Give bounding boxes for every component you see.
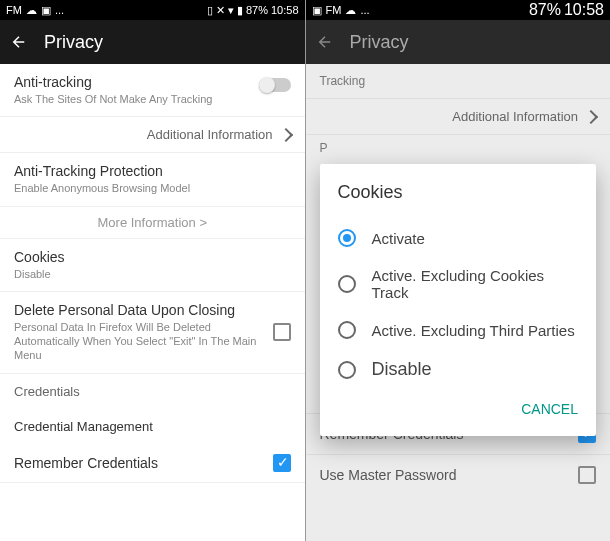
dialog-option-excl-thirdparty[interactable]: Active. Excluding Third Parties [338,311,579,349]
protection-sub: Enable Anonymous Browsing Model [14,179,291,195]
cookies-dialog: Cookies Activate Active. Excluding Cooki… [320,164,597,436]
cookies-row[interactable]: Cookies Disable [0,239,305,292]
anti-tracking-protection-row[interactable]: Anti-Tracking Protection Enable Anonymou… [0,153,305,206]
option-label: Activate [372,230,425,247]
fm-label: FM [6,4,22,16]
titlebar: Privacy [0,20,305,64]
radio-icon[interactable] [338,361,356,379]
cloud-icon: ☁ [345,4,356,17]
remember-checkbox[interactable] [273,454,291,472]
battery-label: 87% [246,4,268,16]
back-arrow-icon[interactable] [10,33,28,51]
use-master-password-row: Use Master Password [306,454,611,495]
more-icon: ... [360,4,369,16]
page-title: Privacy [44,32,103,53]
time-label: 10:58 [271,4,299,16]
delete-data-checkbox[interactable] [273,323,291,341]
remember-credentials-row[interactable]: Remember Credentials [0,444,305,483]
titlebar: Privacy [306,20,611,64]
radio-icon[interactable] [338,275,356,293]
master-password-label: Use Master Password [320,467,457,483]
battery-label: 87% [529,1,561,19]
additional-info-link: Additional Information [306,99,611,135]
dialog-option-activate[interactable]: Activate [338,219,579,257]
time-label: 10:58 [564,1,604,19]
option-label: Active. Excluding Cookies Track [372,267,579,301]
remember-label: Remember Credentials [14,455,158,471]
cookies-value: Disable [14,265,291,281]
back-arrow-icon[interactable] [316,33,334,51]
option-label: Active. Excluding Third Parties [372,322,575,339]
anti-tracking-row[interactable]: Anti-tracking Ask The Sites Of Not Make … [0,64,305,117]
radio-icon[interactable] [338,229,356,247]
anti-tracking-toggle[interactable] [259,78,291,92]
credential-management-row[interactable]: Credential Management [0,409,305,444]
credentials-header: Credentials [0,374,305,409]
dialog-option-excl-cookies[interactable]: Active. Excluding Cookies Track [338,257,579,311]
cancel-button[interactable]: CANCEL [521,401,578,417]
dialog-option-disable[interactable]: Disable [338,349,579,390]
option-label: Disable [372,359,432,380]
signal-icon: ▮ [237,4,243,17]
fm-label: FM [326,4,342,16]
additional-info-link[interactable]: Additional Information [0,117,305,153]
page-title: Privacy [350,32,409,53]
status-bar: ▣ FM ☁ ... 87% 10:58 [306,0,611,20]
delete-data-row[interactable]: Delete Personal Data Upon Closing Person… [0,292,305,374]
dialog-title: Cookies [338,182,579,203]
vibrate-icon: ▯ [207,4,213,17]
anti-tracking-sub: Ask The Sites Of Not Make Any Tracking [14,90,291,106]
radio-icon[interactable] [338,321,356,339]
anti-tracking-title: Anti-tracking [14,74,291,90]
chevron-right-icon [584,109,598,123]
screen-privacy-settings: FM ☁ ▣ ... ▯ ✕ ▾ ▮ 87% 10:58 Privacy Ant… [0,0,306,541]
settings-list-dimmed: Tracking Additional Information P E Cred… [306,64,611,541]
screen-cookies-dialog: ▣ FM ☁ ... 87% 10:58 Privacy Tracking Ad… [306,0,611,541]
picture-icon: ▣ [41,4,51,17]
more-icon: ... [55,4,64,16]
tracking-stub: Tracking [320,74,597,88]
master-password-checkbox [578,466,596,484]
mute-icon: ✕ [216,4,225,17]
additional-info-label: Additional Information [452,109,578,124]
settings-list: Anti-tracking Ask The Sites Of Not Make … [0,64,305,541]
status-bar: FM ☁ ▣ ... ▯ ✕ ▾ ▮ 87% 10:58 [0,0,305,20]
delete-data-sub: Personal Data In Firefox Will Be Deleted… [14,318,291,363]
cookies-title: Cookies [14,249,291,265]
stub-p: P [306,135,611,161]
wifi-icon: ▾ [228,4,234,17]
cloud-icon: ☁ [26,4,37,17]
chevron-right-icon [278,128,292,142]
more-info-link[interactable]: More Information > [0,207,305,239]
protection-title: Anti-Tracking Protection [14,163,291,179]
delete-data-title: Delete Personal Data Upon Closing [14,302,291,318]
more-info-label: More Information > [98,215,207,230]
additional-info-label: Additional Information [147,127,273,142]
picture-icon: ▣ [312,4,322,17]
tracking-stub-row: Tracking [306,64,611,99]
